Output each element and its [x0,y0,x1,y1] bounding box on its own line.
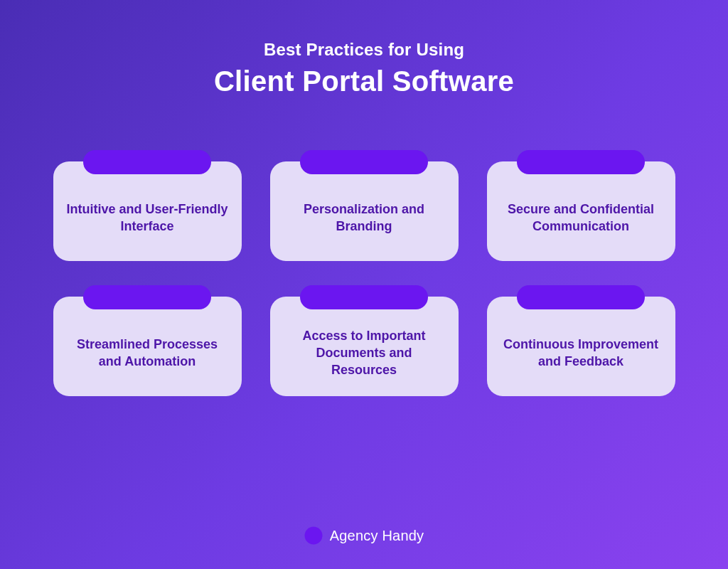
tile-personalization-branding: Personalization and Branding [270,161,459,261]
tile-label: Continuous Improvement and Feedback [500,336,663,371]
tile-tab [83,285,211,309]
title-eyebrow: Best Practices for Using [214,40,514,60]
footer-brand: Agency Handy [0,526,728,545]
title-headline: Client Portal Software [214,65,514,97]
tile-secure-communication: Secure and Confidential Communication [487,161,675,261]
brand-logo-icon [304,526,323,545]
tile-tab [300,150,428,174]
tile-tab [83,150,211,174]
tile-tab [300,285,428,309]
tile-label: Streamlined Processes and Automation [66,336,229,371]
tile-tab [517,285,645,309]
tile-improvement-feedback: Continuous Improvement and Feedback [487,297,675,396]
tile-label: Access to Important Documents and Resour… [283,327,446,379]
tile-label: Secure and Confidential Communication [500,201,663,235]
tile-tab [517,150,645,174]
brand-name: Agency Handy [330,528,424,544]
tile-streamlined-automation: Streamlined Processes and Automation [53,297,242,396]
tile-intuitive-interface: Intuitive and User-Friendly Interface [53,161,242,261]
title-block: Best Practices for Using Client Portal S… [214,40,514,97]
tile-grid: Intuitive and User-Friendly Interface Pe… [53,161,675,396]
tile-documents-resources: Access to Important Documents and Resour… [270,297,459,396]
tile-label: Personalization and Branding [283,201,446,235]
svg-point-0 [304,527,322,545]
tile-label: Intuitive and User-Friendly Interface [66,201,229,235]
